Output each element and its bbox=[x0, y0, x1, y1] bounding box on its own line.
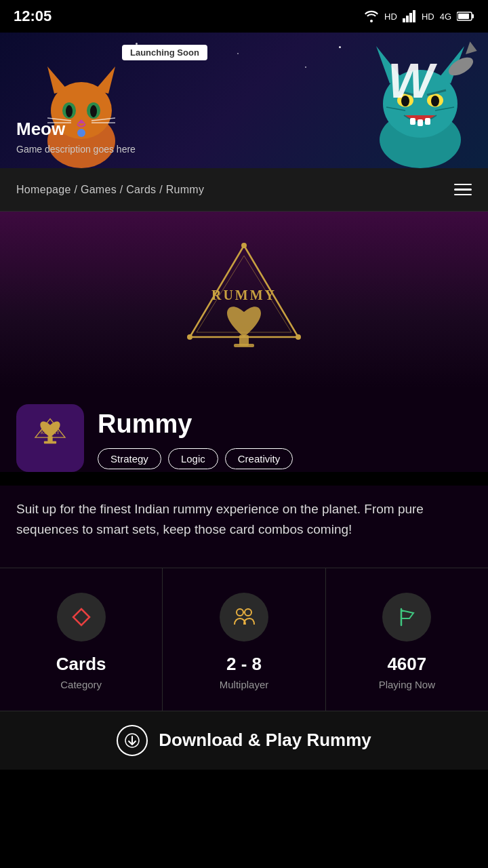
diamond-icon bbox=[70, 606, 92, 628]
svg-marker-9 bbox=[47, 66, 68, 94]
game-title: Rummy bbox=[98, 410, 472, 439]
svg-point-40 bbox=[241, 243, 247, 248]
game-title-area: Rummy Strategy Logic Creativity bbox=[98, 404, 472, 469]
svg-rect-1 bbox=[406, 16, 409, 22]
hamburger-menu-button[interactable] bbox=[454, 184, 472, 196]
status-time: 12:05 bbox=[14, 7, 52, 25]
network-badge: 4G bbox=[440, 12, 451, 22]
svg-rect-33 bbox=[425, 118, 430, 125]
game-icon: RUMMY bbox=[16, 404, 84, 472]
svg-rect-32 bbox=[418, 119, 423, 126]
stat-value-playing-now: 4607 bbox=[387, 654, 426, 675]
wifi-icon bbox=[364, 10, 379, 22]
hd-badge-2: HD bbox=[422, 12, 434, 22]
hero-section: RUMMY bbox=[0, 212, 488, 388]
tag-logic: Logic bbox=[168, 448, 218, 469]
svg-point-50 bbox=[237, 609, 243, 616]
game-description: Suit up for the finest Indian rummy expe… bbox=[0, 486, 488, 568]
svg-point-51 bbox=[245, 609, 251, 616]
tag-strategy: Strategy bbox=[98, 448, 161, 469]
status-icons: HD HD 4G bbox=[364, 10, 474, 22]
stat-label-playing-now: Playing Now bbox=[379, 679, 435, 690]
stats-section: Cards Category 2 - 8 Multiplayer 4607 Pl… bbox=[0, 568, 488, 711]
launching-soon-badge: Launching Soon bbox=[122, 45, 207, 60]
svg-rect-49 bbox=[44, 441, 56, 444]
download-button-label: Download & Play Rummy bbox=[159, 730, 371, 751]
banner-section: Launching Soon W Meow Game description g… bbox=[0, 33, 488, 168]
svg-rect-5 bbox=[458, 14, 469, 19]
stat-playing-now: 4607 Playing Now bbox=[326, 568, 488, 711]
banner-description: Game description goes here bbox=[16, 144, 136, 155]
breadcrumb: Homepage / Games / Cards / Rummy bbox=[16, 184, 204, 196]
banner-title: Meow bbox=[16, 119, 136, 140]
playing-now-icon-circle bbox=[382, 593, 431, 642]
flag-icon bbox=[396, 606, 418, 628]
svg-marker-10 bbox=[95, 66, 115, 94]
stat-multiplayer: 2 - 8 Multiplayer bbox=[163, 568, 325, 711]
stat-label-multiplayer: Multiplayer bbox=[220, 679, 269, 690]
game-info-section: RUMMY Rummy Strategy Logic Creativity bbox=[0, 388, 488, 472]
breadcrumb-bar: Homepage / Games / Cards / Rummy bbox=[0, 168, 488, 212]
stat-value-category: Cards bbox=[56, 654, 106, 675]
svg-rect-31 bbox=[410, 118, 415, 125]
category-icon-circle bbox=[57, 593, 106, 642]
game-header: RUMMY Rummy Strategy Logic Creativity bbox=[16, 404, 472, 472]
tags-row: Strategy Logic Creativity bbox=[98, 448, 472, 469]
download-arrow-icon bbox=[125, 733, 140, 748]
stat-value-multiplayer: 2 - 8 bbox=[226, 654, 262, 675]
banner-w-logo: W bbox=[388, 53, 434, 108]
status-bar: 12:05 HD HD 4G bbox=[0, 0, 488, 33]
signal-icon bbox=[403, 10, 416, 22]
game-icon-spade: RUMMY bbox=[28, 416, 72, 460]
battery-icon bbox=[457, 12, 474, 21]
stat-label-category: Category bbox=[60, 679, 102, 690]
svg-rect-2 bbox=[409, 13, 412, 22]
svg-rect-6 bbox=[472, 14, 474, 18]
people-icon bbox=[232, 607, 256, 627]
svg-rect-0 bbox=[403, 18, 405, 22]
stat-category: Cards Category bbox=[0, 568, 163, 711]
multiplayer-icon-circle bbox=[220, 593, 268, 642]
download-icon-circle bbox=[117, 725, 148, 756]
svg-rect-45 bbox=[234, 344, 254, 347]
hd-badge-1: HD bbox=[384, 12, 397, 22]
svg-point-41 bbox=[296, 334, 301, 340]
svg-text:RUMMY: RUMMY bbox=[211, 288, 277, 302]
download-bar[interactable]: Download & Play Rummy bbox=[0, 711, 488, 770]
svg-point-42 bbox=[187, 334, 192, 340]
tag-creativity: Creativity bbox=[225, 448, 293, 469]
svg-rect-3 bbox=[413, 10, 415, 22]
rummy-logo: RUMMY bbox=[176, 239, 312, 354]
svg-marker-35 bbox=[461, 41, 476, 56]
